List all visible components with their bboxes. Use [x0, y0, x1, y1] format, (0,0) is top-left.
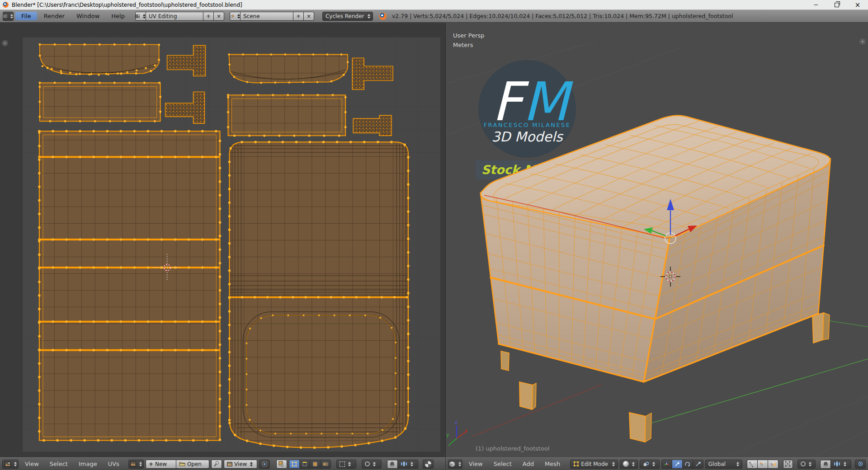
- uv-menu-uvs[interactable]: UVs: [104, 461, 124, 467]
- viewport-editor-type-button[interactable]: [448, 460, 462, 469]
- uv-sync-selection-toggle[interactable]: [276, 460, 287, 469]
- draw-mode-label: View: [234, 461, 247, 467]
- view3d-menu-mesh[interactable]: Mesh: [540, 461, 565, 467]
- image-datablock-button[interactable]: [128, 460, 144, 469]
- mode-selector[interactable]: Edit Mode: [570, 460, 618, 469]
- limit-selection-visible-button[interactable]: [783, 460, 793, 469]
- blender-logo-icon: [379, 13, 387, 20]
- blender-window: Blender* [C:\Users\franc\Desktop\upholst…: [0, 0, 868, 470]
- view3d-menu-select[interactable]: Select: [489, 461, 516, 467]
- plus-icon: +: [206, 13, 211, 19]
- axis-z-label: z: [455, 419, 458, 425]
- view3d-menu-view[interactable]: View: [464, 461, 487, 467]
- add-layout-button[interactable]: +: [203, 12, 214, 21]
- screen-layout-icon-button[interactable]: [135, 12, 146, 21]
- dropdown-arrows-icon: [652, 462, 655, 466]
- uv-editor-canvas[interactable]: [0, 23, 446, 457]
- uv-island-rect-left[interactable]: [40, 83, 160, 121]
- delete-scene-button[interactable]: ×: [303, 12, 314, 21]
- sticky-selection-dropdown[interactable]: [336, 460, 356, 469]
- image-draw-mode-dropdown[interactable]: View: [224, 460, 257, 469]
- uv-island-top-curved-right[interactable]: [228, 53, 349, 85]
- manipulator-toggle-button[interactable]: [661, 460, 672, 469]
- uv-island-t-shape-4[interactable]: [353, 115, 392, 136]
- uv-select-face-button[interactable]: [310, 460, 321, 469]
- region-expand-icon[interactable]: [2, 40, 8, 46]
- snap-element-dropdown[interactable]: [830, 460, 851, 469]
- scene-field[interactable]: Scene: [240, 12, 293, 21]
- pivot-point-dropdown[interactable]: [640, 460, 660, 469]
- viewport-3d-canvas[interactable]: FM FRANCESCO MILANESE 3D Models Stock Mo…: [446, 23, 868, 457]
- snap-toggle[interactable]: [820, 460, 831, 469]
- pin-image-button[interactable]: [211, 460, 222, 469]
- blender-logo-icon: [3, 2, 9, 8]
- footstool-leg-right: [812, 313, 830, 343]
- uv-island-side-walls-left[interactable]: [39, 131, 220, 440]
- image-new-button[interactable]: + New: [146, 460, 176, 469]
- region-expand-icon[interactable]: [859, 38, 866, 45]
- uv-snap-toggle[interactable]: [387, 460, 398, 469]
- rotate-manipulator-button[interactable]: [682, 460, 693, 469]
- viewport-shading-dropdown[interactable]: [620, 460, 638, 469]
- vertex-select-button[interactable]: [747, 460, 758, 469]
- screen-layout-selector: UV Editing + ×: [135, 12, 224, 21]
- delete-layout-button[interactable]: ×: [213, 12, 224, 21]
- uv-select-vertex-button[interactable]: [289, 460, 300, 469]
- dropdown-arrows-icon: [458, 462, 461, 466]
- uv-editor-type-button[interactable]: [2, 460, 19, 469]
- image-editor-icon: [5, 461, 11, 467]
- dropdown-arrows-icon: [632, 462, 635, 466]
- menu-window[interactable]: Window: [71, 13, 104, 19]
- render-engine-selector[interactable]: Cycles Render: [322, 12, 373, 21]
- translate-manipulator-button[interactable]: [672, 460, 683, 469]
- view3d-menu-add[interactable]: Add: [518, 461, 538, 467]
- footstool-leg-front-left: [519, 382, 536, 409]
- pivot-sphere-button[interactable]: [423, 460, 434, 469]
- restore-button[interactable]: [826, 0, 847, 10]
- uv-island-top-curved-left[interactable]: [38, 43, 161, 77]
- info-editor-type-button[interactable]: [3, 12, 14, 21]
- plus-icon: +: [149, 461, 153, 467]
- render-dot-icon: [262, 461, 267, 467]
- units-label: Meters: [453, 42, 473, 48]
- snap-increment-icon: [401, 461, 407, 466]
- scale-manipulator-button[interactable]: [693, 460, 703, 469]
- uv-island-seat-skirt[interactable]: [229, 142, 408, 448]
- proportional-edit-dropdown[interactable]: [797, 460, 816, 469]
- scene-statistics: v2.79 | Verts:5,024/5,024 | Edges:10,024…: [392, 13, 733, 19]
- magnet-icon: [389, 461, 395, 467]
- island-mode-icon: [323, 461, 328, 467]
- render-result-button[interactable]: [259, 460, 270, 469]
- uv-select-edge-button[interactable]: [299, 460, 310, 469]
- uv-menu-view[interactable]: View: [20, 461, 43, 467]
- uv-select-island-button[interactable]: [320, 460, 331, 469]
- uv-proportional-edit-dropdown[interactable]: [362, 460, 382, 469]
- image-icon: [227, 462, 232, 466]
- uv-menu-image[interactable]: Image: [74, 461, 102, 467]
- scene-icon-button[interactable]: [230, 12, 241, 21]
- add-scene-button[interactable]: +: [293, 12, 304, 21]
- uv-snap-element-dropdown[interactable]: [397, 460, 418, 469]
- scene-value: Scene: [243, 13, 260, 19]
- axis-y-label: y: [446, 432, 449, 438]
- uv-menu-select[interactable]: Select: [45, 461, 72, 467]
- orientation-label: Global: [708, 461, 726, 467]
- image-open-button[interactable]: Open: [176, 460, 209, 469]
- minimize-button[interactable]: −: [806, 0, 826, 10]
- face-select-button[interactable]: [768, 460, 778, 469]
- editor-headers: View Select Image UVs + New Open: [0, 457, 868, 470]
- snap-increment-icon: [834, 461, 840, 466]
- close-button[interactable]: ×: [847, 0, 868, 10]
- edge-select-button[interactable]: [757, 460, 768, 469]
- menu-file[interactable]: File: [15, 12, 37, 20]
- image-icon: [130, 461, 136, 466]
- shading-sphere-icon: [623, 461, 629, 467]
- screen-layout-field[interactable]: UV Editing: [146, 12, 203, 21]
- uv-editor-header: View Select Image UVs + New Open: [0, 457, 446, 470]
- transform-orientation-dropdown[interactable]: Global: [705, 460, 743, 469]
- uv-island-rect-right[interactable]: [228, 95, 345, 136]
- menu-help[interactable]: Help: [106, 13, 130, 19]
- menu-render[interactable]: Render: [39, 13, 70, 19]
- restore-icon: [835, 3, 839, 7]
- snap-target-button-partial[interactable]: [855, 460, 866, 469]
